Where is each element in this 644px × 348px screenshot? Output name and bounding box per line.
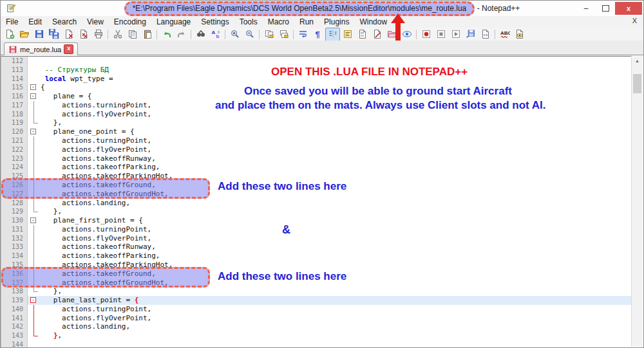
scroll-up-arrow-icon[interactable]: ▲ xyxy=(632,56,643,66)
code-line-130[interactable]: 130- plane_first_point = { xyxy=(1,216,632,225)
close-all-icon[interactable] xyxy=(76,28,91,41)
fold-collapse-icon[interactable]: - xyxy=(28,83,41,92)
maximize-button[interactable] xyxy=(596,2,615,15)
macro-record-icon[interactable] xyxy=(419,28,433,41)
document-switcher-icon[interactable] xyxy=(370,28,384,41)
toolbar-separator xyxy=(108,30,108,39)
code-line-128[interactable]: 128 actions.landing, xyxy=(1,199,632,208)
fold-collapse-icon[interactable]: - xyxy=(28,92,41,101)
menubar-close-icon[interactable]: X xyxy=(632,17,637,24)
code-line-117[interactable]: 117 actions.turningPoint, xyxy=(1,101,632,110)
undo-icon[interactable] xyxy=(159,28,174,41)
macro-stop-icon[interactable] xyxy=(433,28,448,41)
title-bar[interactable]: *E:\Program Files\Eagle Dynamics\DCS Wor… xyxy=(1,1,643,17)
sync-scroll-v-icon[interactable] xyxy=(261,28,276,41)
fold-minus-icon[interactable]: - xyxy=(30,129,36,134)
minimize-button[interactable]: – xyxy=(576,2,596,15)
show-all-chars-icon[interactable]: ¶ xyxy=(310,28,325,41)
menu-run[interactable]: Run xyxy=(294,16,319,28)
code-line-144[interactable]: 144 xyxy=(1,340,632,347)
indent-guide-icon[interactable] xyxy=(325,28,340,41)
open-file-icon[interactable] xyxy=(17,28,32,41)
fold-margin xyxy=(28,234,41,243)
code-line-140[interactable]: 140 actions.turningPoint, xyxy=(1,305,632,314)
vertical-scrollbar[interactable]: ▲ xyxy=(631,56,643,347)
tab-me-route-lua[interactable]: me_route.lua x xyxy=(4,42,78,55)
fold-minus-icon[interactable]: - xyxy=(30,84,36,90)
code-line-118[interactable]: 118 actions.flyOverPoint, xyxy=(1,110,632,119)
fold-margin xyxy=(28,252,41,261)
menu-edit[interactable]: Edit xyxy=(23,16,47,28)
menu-macro[interactable]: Macro xyxy=(263,16,294,28)
fold-minus-icon[interactable]: - xyxy=(30,217,36,223)
paste-icon[interactable] xyxy=(140,28,155,41)
tab-close-icon[interactable]: x xyxy=(64,44,73,54)
code-line-123[interactable]: 123 actions.takeoffRunway, xyxy=(1,154,632,163)
spell-check-icon[interactable]: ABC xyxy=(497,28,512,41)
code-line-122[interactable]: 122 actions.flyOverPoint, xyxy=(1,145,632,154)
code-line-120[interactable]: 120- plane_one_point = { xyxy=(1,127,632,136)
new-file-icon[interactable] xyxy=(2,28,17,41)
menu-settings[interactable]: Settings xyxy=(196,16,234,28)
menu-file[interactable]: File xyxy=(1,16,23,28)
code-line-129[interactable]: 129 }, xyxy=(1,207,632,216)
fold-minus-icon[interactable]: - xyxy=(30,297,36,303)
code-line-143[interactable]: 143 }, xyxy=(1,331,632,340)
menu-search[interactable]: Search xyxy=(47,16,82,28)
toolbar: Ab¶ABC xyxy=(1,28,643,41)
code-line-113[interactable]: 113 -- Структуры БД xyxy=(1,66,632,75)
code-line-112[interactable]: 112 xyxy=(1,57,632,66)
doc-monitor-icon[interactable] xyxy=(512,28,527,41)
code-line-141[interactable]: 141 actions.flyOverPoint, xyxy=(1,314,632,323)
fold-collapse-icon[interactable]: - xyxy=(28,296,41,305)
menu-view[interactable]: View xyxy=(82,16,109,28)
fold-collapse-icon[interactable]: - xyxy=(28,127,41,136)
redo-icon[interactable] xyxy=(174,28,189,41)
tab-label: me_route.lua xyxy=(20,46,61,53)
code-editor[interactable]: 112113 -- Структуры БД114 local wpt_type… xyxy=(1,56,632,347)
code-line-132[interactable]: 132 actions.flyOverPoint, xyxy=(1,234,632,243)
code-line-142[interactable]: 142 actions.landing, xyxy=(1,322,632,331)
close-button[interactable]: x xyxy=(615,2,642,15)
monitoring-icon[interactable] xyxy=(399,28,414,41)
zoom-out-icon[interactable] xyxy=(242,28,257,41)
close-icon[interactable] xyxy=(61,28,76,41)
find-icon[interactable] xyxy=(193,28,208,41)
code-line-139[interactable]: 139- plane_last_point = { xyxy=(1,296,632,305)
sync-scroll-h-icon[interactable] xyxy=(276,28,291,41)
function-list-icon[interactable] xyxy=(340,28,355,41)
code-line-119[interactable]: 119 }, xyxy=(1,118,632,127)
code-line-133[interactable]: 133 actions.takeoffRunway, xyxy=(1,243,632,252)
code-line-134[interactable]: 134 actions.takeoffParking, xyxy=(1,252,632,261)
menu-encoding[interactable]: Encoding xyxy=(109,16,151,28)
zoom-in-icon[interactable] xyxy=(227,28,242,41)
replace-icon[interactable]: Ab xyxy=(208,28,223,41)
toolbar-separator xyxy=(225,30,225,39)
document-map-icon[interactable] xyxy=(355,28,370,41)
save-all-icon[interactable] xyxy=(46,28,61,41)
code-line-131[interactable]: 131 actions.turningPoint, xyxy=(1,225,632,234)
menu-plugins[interactable]: Plugins xyxy=(319,16,354,28)
menu-language[interactable]: Language xyxy=(151,16,196,28)
macro-run-icon[interactable] xyxy=(478,28,493,41)
code-line-138[interactable]: 138 }, xyxy=(1,287,632,296)
macro-play-icon[interactable] xyxy=(448,28,463,41)
menu-window[interactable]: Window xyxy=(354,16,392,28)
macro-save-icon[interactable] xyxy=(463,28,478,41)
copy-icon[interactable] xyxy=(125,28,140,41)
cut-icon[interactable] xyxy=(110,28,125,41)
code-line-114[interactable]: 114 local wpt_type = xyxy=(1,75,632,84)
code-line-115[interactable]: 115-{ xyxy=(1,83,632,92)
word-wrap-icon[interactable] xyxy=(296,28,310,41)
menu-tools[interactable]: Tools xyxy=(234,16,263,28)
fold-collapse-icon[interactable]: - xyxy=(28,216,41,225)
code-line-116[interactable]: 116- plane = { xyxy=(1,92,632,101)
scrollbar-thumb[interactable] xyxy=(633,74,641,93)
code-line-121[interactable]: 121 actions.turningPoint, xyxy=(1,136,632,145)
fold-minus-icon[interactable]: - xyxy=(30,93,36,99)
code-line-124[interactable]: 124 actions.takeoffParking, xyxy=(1,163,632,172)
red-arrow-annotation-head xyxy=(391,14,405,23)
fold-margin xyxy=(28,207,41,216)
print-icon[interactable] xyxy=(91,28,106,41)
save-icon[interactable] xyxy=(32,28,46,41)
